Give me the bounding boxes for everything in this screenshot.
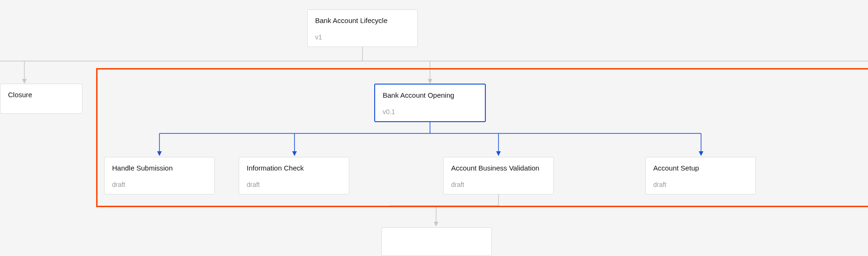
- node-title: Handle Submission: [112, 164, 207, 172]
- node-version: v1: [315, 33, 410, 41]
- node-version: v0.1: [383, 108, 477, 116]
- node-version: draft: [451, 181, 546, 188]
- node-version: draft: [112, 181, 207, 188]
- node-title: Bank Account Opening: [383, 91, 477, 100]
- node-version: draft: [653, 181, 748, 188]
- node-closure[interactable]: Closure: [0, 84, 83, 114]
- node-account-setup[interactable]: Account Setup draft: [645, 157, 756, 194]
- node-bank-account-lifecycle[interactable]: Bank Account Lifecycle v1: [307, 9, 418, 47]
- node-information-check[interactable]: Information Check draft: [239, 157, 349, 194]
- node-title: Bank Account Lifecycle: [315, 16, 410, 25]
- node-title: Account Setup: [653, 164, 748, 172]
- node-title: Information Check: [247, 164, 341, 172]
- node-bank-account-opening[interactable]: Bank Account Opening v0.1: [374, 84, 486, 122]
- node-title: Account Business Validation: [451, 164, 546, 172]
- node-handle-submission[interactable]: Handle Submission draft: [104, 157, 215, 194]
- node-title: Closure: [8, 91, 75, 99]
- node-partial-bottom[interactable]: [381, 227, 492, 256]
- node-version: draft: [247, 181, 341, 188]
- connector-lines: [0, 0, 868, 256]
- node-account-business-validation[interactable]: Account Business Validation draft: [443, 157, 554, 194]
